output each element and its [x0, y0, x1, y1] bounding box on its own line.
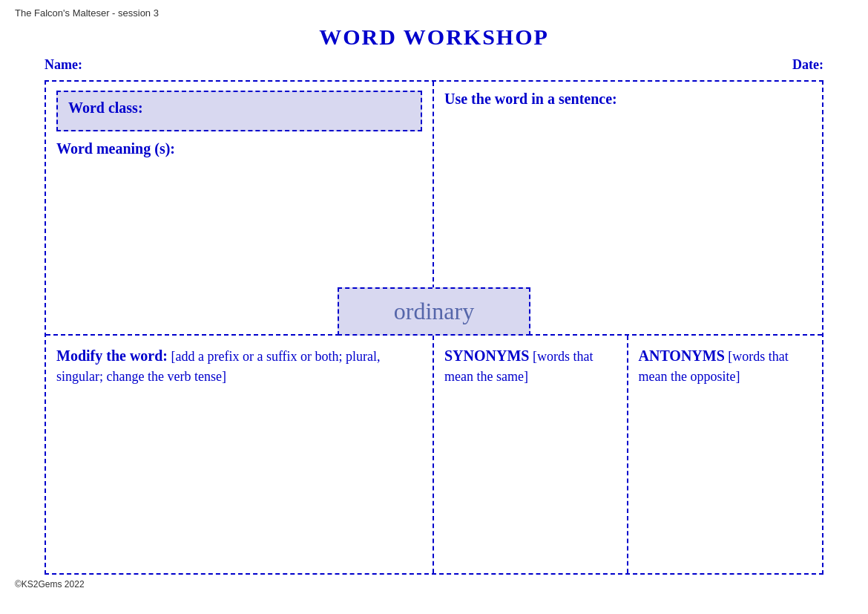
center-word-container: ordinary: [338, 287, 530, 336]
page-header-top: The Falcon's Malteser - session 3: [0, 0, 868, 19]
word-class-box[interactable]: Word class:: [56, 91, 422, 131]
modify-label-bold: Modify the word:: [56, 347, 168, 364]
synonyms-label: SYNONYMS [words that mean the same]: [444, 344, 617, 387]
copyright-text: ©KS2Gems 2022: [15, 579, 85, 589]
ordinary-word-text: ordinary: [394, 298, 474, 324]
modify-label: Modify the word: [add a prefix or a suff…: [56, 344, 422, 387]
synonyms-label-bold: SYNONYMS: [444, 347, 529, 364]
bottom-left-panel: Modify the word: [add a prefix or a suff…: [46, 336, 434, 573]
bottom-middle-panel: SYNONYMS [words that mean the same]: [434, 336, 628, 573]
word-meaning-label: Word meaning (s):: [56, 140, 422, 157]
main-grid: Word class: Word meaning (s): Use the wo…: [45, 80, 823, 575]
bottom-row: Modify the word: [add a prefix or a suff…: [46, 336, 822, 573]
bottom-right-panel: ANTONYMS [words that mean the opposite]: [628, 336, 823, 573]
use-sentence-label: Use the word in a sentence:: [444, 91, 812, 108]
top-row: Word class: Word meaning (s): Use the wo…: [46, 82, 822, 336]
name-label: Name:: [45, 57, 82, 73]
word-class-label: Word class:: [68, 99, 143, 116]
name-date-row: Name: Date:: [0, 57, 868, 73]
footer: ©KS2Gems 2022: [0, 575, 868, 594]
antonyms-label-bold: ANTONYMS: [639, 347, 725, 364]
ordinary-word-box: ordinary: [338, 287, 530, 336]
session-label: The Falcon's Malteser - session 3: [15, 7, 159, 19]
antonyms-label: ANTONYMS [words that mean the opposite]: [639, 344, 812, 387]
date-label: Date:: [792, 57, 823, 73]
main-title: WORD WORKSHOP: [0, 19, 868, 57]
